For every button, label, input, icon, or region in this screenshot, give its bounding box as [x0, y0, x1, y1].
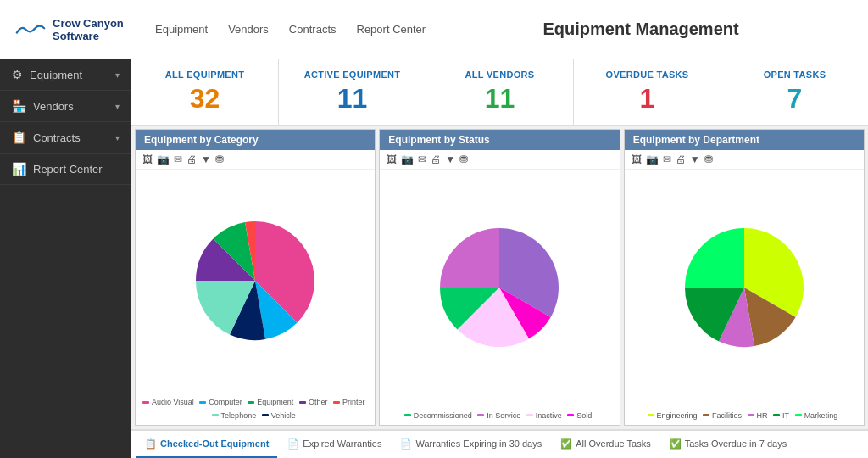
kpi-overdue-tasks-label: OVERDUE TASKS [606, 70, 689, 80]
nav-vendors[interactable]: Vendors [226, 20, 270, 39]
sidebar-label-vendors: Vendors [33, 100, 74, 113]
report-icon: 📊 [12, 162, 26, 176]
tab-expired-warranties[interactable]: 📄 Expired Warranties [279, 431, 390, 458]
sidebar-item-report-center[interactable]: 📊 Report Center [0, 154, 131, 185]
sidebar-label-contracts: Contracts [33, 131, 81, 144]
print-icon-3[interactable]: 🖨 [676, 154, 686, 165]
kpi-all-vendors-label: ALL VENDORS [465, 70, 535, 80]
chart-by-department-legend: Engineering Facilities HR IT Marketing [625, 405, 864, 425]
photo-icon-3[interactable]: 📷 [646, 154, 659, 165]
chart-by-status-body [380, 170, 619, 405]
main-layout: ⚙ Equipment ▾ 🏪 Vendors ▾ 📋 Contracts ▾ … [0, 59, 868, 458]
mail-icon-2[interactable]: ✉ [418, 154, 426, 165]
top-header: Crow Canyon Software Equipment Vendors C… [0, 0, 868, 59]
kpi-overdue-tasks-value: 1 [640, 83, 655, 114]
settings-icon[interactable]: ⛃ [215, 154, 224, 165]
chart-by-category-title: Equipment by Category [136, 130, 375, 150]
tab-checked-out[interactable]: 📋 Checked-Out Equipment [136, 431, 277, 458]
image-icon[interactable]: 🖼 [142, 154, 153, 165]
sidebar-item-vendors[interactable]: 🏪 Vendors ▾ [0, 91, 131, 122]
tab-checked-out-icon: 📋 [145, 438, 157, 450]
vendors-icon: 🏪 [12, 99, 26, 113]
department-pie-chart [681, 224, 808, 351]
chart-by-category-legend: Audio Visual Computer Equipment Other Pr… [136, 392, 375, 425]
settings-icon-2[interactable]: ⛃ [459, 154, 468, 165]
kpi-overdue-tasks[interactable]: OVERDUE TASKS 1 [574, 59, 721, 125]
tab-expired-warranties-label: Expired Warranties [303, 438, 381, 449]
tab-all-overdue-label: All Overdue Tasks [576, 438, 650, 449]
chart-by-category-toolbar: 🖼 📷 ✉ 🖨 ▼ ⛃ [136, 150, 375, 170]
chart-by-status-toolbar: 🖼 📷 ✉ 🖨 ▼ ⛃ [380, 150, 619, 170]
charts-row: Equipment by Category 🖼 📷 ✉ 🖨 ▼ ⛃ [131, 126, 868, 429]
tab-all-overdue[interactable]: ✅ All Overdue Tasks [552, 431, 659, 458]
kpi-active-equipment[interactable]: ACTIVE EQUIPMENT 11 [279, 59, 426, 125]
sidebar-label-equipment: Equipment [30, 69, 82, 81]
kpi-all-equipment-label: ALL EQUIPMENT [165, 70, 245, 80]
chart-by-department: Equipment by Department 🖼 📷 ✉ 🖨 ▼ ⛃ [624, 129, 865, 426]
equipment-icon: ⚙ [12, 68, 23, 81]
chart-by-status: Equipment by Status 🖼 📷 ✉ 🖨 ▼ ⛃ [379, 129, 620, 426]
sidebar-item-equipment[interactable]: ⚙ Equipment ▾ [0, 59, 131, 91]
chart-by-status-title: Equipment by Status [380, 130, 619, 150]
nav-report-center[interactable]: Report Center [355, 20, 428, 39]
chart-by-category-body [136, 170, 375, 392]
chevron-down-icon-3: ▾ [115, 133, 120, 142]
tab-tasks-7days-icon: ✅ [670, 438, 682, 450]
tab-warranties-30[interactable]: 📄 Warranties Expiring in 30 days [392, 431, 550, 458]
chart-by-department-body [625, 170, 864, 405]
bottom-tabs: 📋 Checked-Out Equipment 📄 Expired Warran… [131, 429, 868, 458]
filter-icon-3[interactable]: ▼ [690, 154, 700, 165]
filter-icon[interactable]: ▼ [201, 154, 211, 165]
image-icon-3[interactable]: 🖼 [632, 154, 642, 165]
settings-icon-3[interactable]: ⛃ [704, 154, 713, 165]
sidebar-item-contracts[interactable]: 📋 Contracts ▾ [0, 122, 131, 154]
kpi-active-equipment-value: 11 [337, 83, 368, 114]
photo-icon-2[interactable]: 📷 [401, 154, 414, 165]
nav-contracts[interactable]: Contracts [287, 20, 338, 39]
print-icon-2[interactable]: 🖨 [431, 154, 441, 165]
sidebar-label-report: Report Center [33, 163, 103, 176]
contracts-icon: 📋 [12, 131, 26, 144]
tab-warranties-30-label: Warranties Expiring in 30 days [415, 438, 542, 449]
kpi-open-tasks-label: OPEN TASKS [764, 70, 826, 80]
kpi-open-tasks-value: 7 [787, 83, 803, 114]
category-pie-chart [192, 217, 319, 344]
kpi-all-vendors[interactable]: ALL VENDORS 11 [426, 59, 574, 125]
app-title: Equipment Management [427, 20, 854, 39]
chevron-down-icon-2: ▾ [115, 102, 120, 111]
filter-icon-2[interactable]: ▼ [445, 154, 455, 165]
logo-text: Crow Canyon Software [53, 17, 124, 42]
sidebar: ⚙ Equipment ▾ 🏪 Vendors ▾ 📋 Contracts ▾ … [0, 59, 131, 458]
chevron-down-icon: ▾ [115, 70, 120, 80]
kpi-all-equipment[interactable]: ALL EQUIPMENT 32 [131, 59, 279, 125]
tab-all-overdue-icon: ✅ [560, 438, 572, 450]
tab-tasks-7days[interactable]: ✅ Tasks Overdue in 7 days [661, 431, 795, 458]
tab-expired-warranties-icon: 📄 [287, 438, 299, 450]
logo-area: Crow Canyon Software [14, 17, 145, 42]
nav-equipment[interactable]: Equipment [153, 20, 209, 39]
kpi-active-equipment-label: ACTIVE EQUIPMENT [304, 70, 401, 80]
chart-by-status-legend: Decommissioned In Service Inactive Sold [380, 405, 619, 425]
photo-icon[interactable]: 📷 [157, 154, 170, 165]
kpi-all-vendors-value: 11 [485, 83, 515, 114]
image-icon-2[interactable]: 🖼 [387, 154, 397, 165]
tab-tasks-7days-label: Tasks Overdue in 7 days [685, 438, 787, 449]
chart-by-department-title: Equipment by Department [625, 130, 864, 150]
logo-wave-icon [14, 22, 47, 37]
content-area: ALL EQUIPMENT 32 ACTIVE EQUIPMENT 11 ALL… [131, 59, 868, 458]
mail-icon[interactable]: ✉ [174, 154, 182, 165]
tab-checked-out-label: Checked-Out Equipment [160, 438, 269, 449]
kpi-open-tasks[interactable]: OPEN TASKS 7 [721, 59, 868, 125]
status-pie-chart [436, 224, 563, 351]
top-nav: Equipment Vendors Contracts Report Cente… [153, 20, 427, 39]
tab-warranties-30-icon: 📄 [400, 438, 412, 450]
kpi-all-equipment-value: 32 [190, 83, 220, 114]
mail-icon-3[interactable]: ✉ [663, 154, 671, 165]
print-icon[interactable]: 🖨 [186, 154, 197, 165]
kpi-row: ALL EQUIPMENT 32 ACTIVE EQUIPMENT 11 ALL… [131, 59, 868, 126]
chart-by-category: Equipment by Category 🖼 📷 ✉ 🖨 ▼ ⛃ [135, 129, 376, 426]
chart-by-department-toolbar: 🖼 📷 ✉ 🖨 ▼ ⛃ [625, 150, 864, 170]
